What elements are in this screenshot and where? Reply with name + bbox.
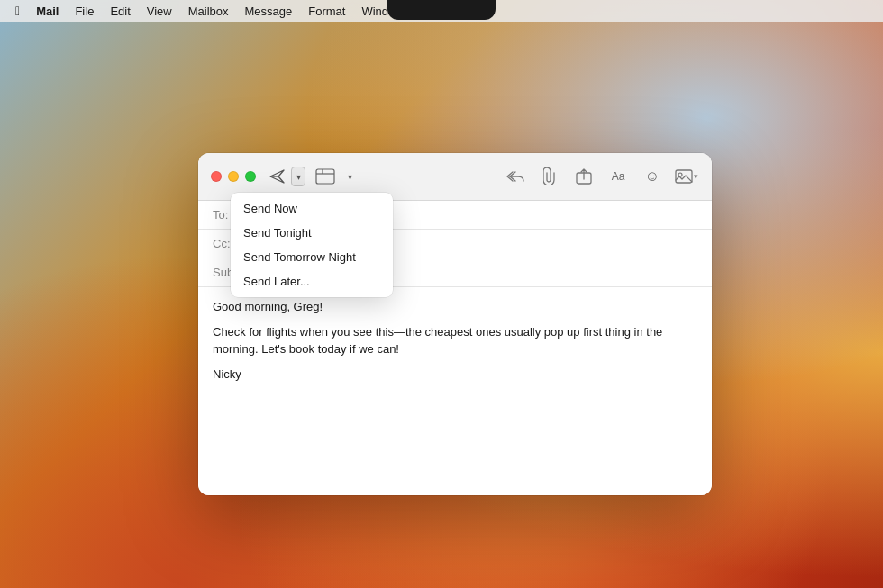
send-tomorrow-night-option[interactable]: Send Tomorrow Night bbox=[231, 245, 393, 269]
menubar-mail[interactable]: Mail bbox=[30, 3, 65, 20]
svg-point-6 bbox=[678, 173, 682, 176]
send-tonight-option[interactable]: Send Tonight bbox=[231, 221, 393, 245]
photo-button[interactable]: ▾ bbox=[674, 164, 699, 189]
apple-menu[interactable]:  bbox=[9, 2, 26, 20]
toolbar: ▾ ▾ bbox=[265, 164, 699, 189]
share-button[interactable] bbox=[571, 164, 596, 189]
show-headers-dropdown[interactable]: ▾ bbox=[345, 164, 354, 189]
send-dropdown-button[interactable]: ▾ bbox=[291, 167, 305, 186]
emoji-button[interactable]: ☺ bbox=[640, 164, 665, 189]
chevron-down-icon: ▾ bbox=[296, 172, 301, 182]
traffic-lights bbox=[211, 171, 256, 182]
menubar-view[interactable]: View bbox=[141, 3, 178, 20]
menubar-edit[interactable]: Edit bbox=[104, 3, 136, 20]
menubar-file[interactable]: File bbox=[68, 3, 100, 20]
font-button[interactable]: Aa bbox=[605, 164, 631, 189]
show-headers-button[interactable] bbox=[313, 164, 338, 189]
send-button-group: ▾ bbox=[265, 167, 305, 186]
mail-compose-window: ▾ ▾ bbox=[198, 153, 712, 495]
reply-all-button[interactable] bbox=[503, 164, 528, 189]
send-later-option[interactable]: Send Later... bbox=[231, 269, 393, 294]
body-line-1: Good morning, Greg! bbox=[213, 298, 697, 316]
svg-rect-1 bbox=[316, 169, 334, 184]
compose-content[interactable]: Good morning, Greg! Check for flights wh… bbox=[198, 287, 712, 495]
send-button[interactable] bbox=[265, 167, 290, 186]
toolbar-right: Aa ☺ ▾ bbox=[503, 164, 699, 189]
camera-notch bbox=[387, 0, 496, 20]
body-line-2: Check for flights when you see this—the … bbox=[213, 323, 697, 358]
send-now-option[interactable]: Send Now bbox=[231, 196, 393, 221]
menubar-message[interactable]: Message bbox=[239, 3, 299, 20]
attachment-button[interactable] bbox=[537, 164, 562, 189]
fullscreen-button[interactable] bbox=[245, 171, 256, 182]
close-button[interactable] bbox=[211, 171, 222, 182]
menubar-format[interactable]: Format bbox=[302, 3, 351, 20]
body-line-3: Nicky bbox=[213, 366, 697, 384]
svg-rect-5 bbox=[676, 170, 692, 183]
minimize-button[interactable] bbox=[228, 171, 239, 182]
menubar-mailbox[interactable]: Mailbox bbox=[182, 3, 235, 20]
send-dropdown-menu: Send Now Send Tonight Send Tomorrow Nigh… bbox=[231, 193, 393, 297]
